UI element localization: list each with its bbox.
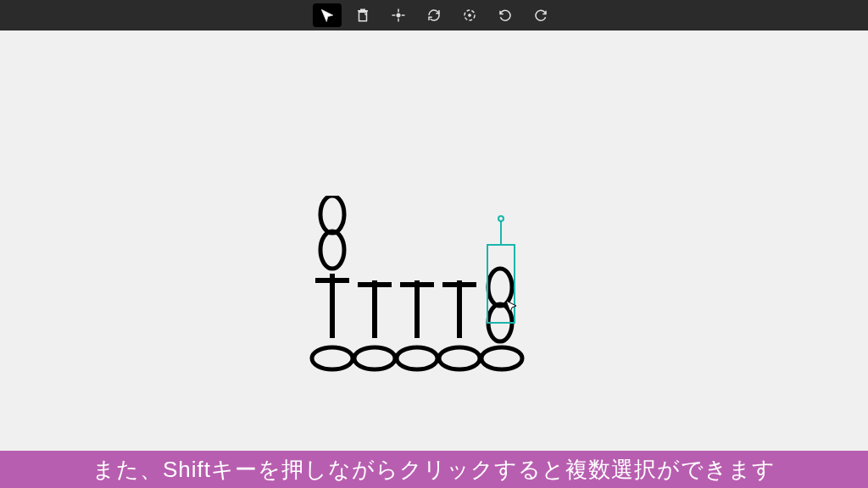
canvas-area[interactable] [0, 30, 868, 488]
svg-point-4 [320, 231, 344, 269]
svg-point-16 [354, 347, 395, 369]
selection-rotation-line [500, 219, 502, 244]
crosshair-icon [391, 8, 406, 23]
cycle-tool-button[interactable] [455, 3, 484, 27]
svg-point-14 [488, 304, 512, 341]
select-tool-button[interactable] [313, 3, 342, 27]
delete-tool-button[interactable] [348, 3, 377, 27]
rotate-icon [462, 8, 477, 23]
undo-icon [498, 8, 513, 23]
center-tool-button[interactable] [384, 3, 413, 27]
caption-bar: また、Shiftキーを押しながらクリックすると複数選択ができます [0, 451, 868, 488]
redo-button[interactable] [526, 3, 555, 27]
svg-point-3 [320, 196, 344, 233]
reset-rotation-button[interactable] [420, 3, 448, 27]
undo-button[interactable] [491, 3, 520, 27]
trash-icon [355, 8, 370, 23]
svg-point-15 [312, 347, 353, 369]
svg-point-13 [488, 269, 512, 306]
toolbar [0, 0, 868, 30]
svg-point-19 [481, 347, 522, 369]
svg-point-17 [397, 347, 437, 369]
svg-point-0 [397, 14, 401, 18]
cursor-icon [320, 8, 335, 23]
svg-point-2 [469, 14, 471, 17]
selection-rotation-handle[interactable] [498, 215, 504, 222]
refresh-icon [426, 8, 442, 23]
caption-text: また、Shiftキーを押しながらクリックすると複数選択ができます [92, 455, 776, 485]
redo-icon [533, 8, 548, 23]
crochet-diagram[interactable] [305, 196, 542, 411]
svg-point-18 [439, 347, 480, 369]
